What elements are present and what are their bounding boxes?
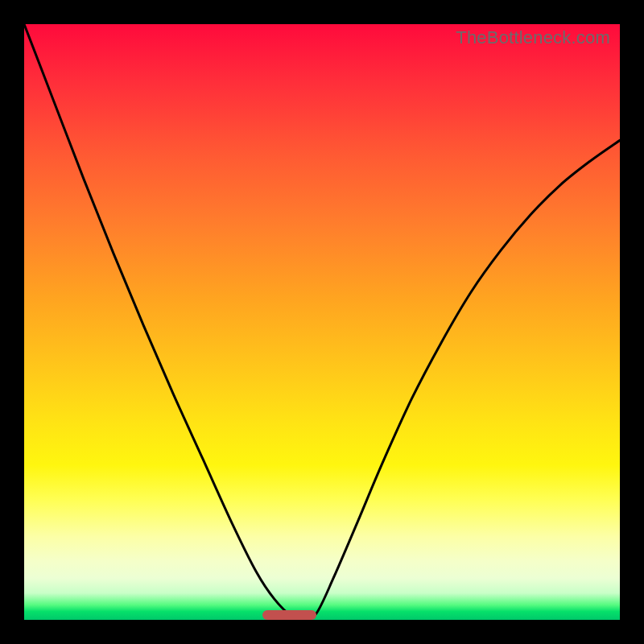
bottleneck-curve [24, 24, 620, 620]
optimal-zone-marker [262, 610, 316, 620]
plot-area: TheBottleneck.com [24, 24, 620, 620]
curve-path [24, 24, 620, 617]
